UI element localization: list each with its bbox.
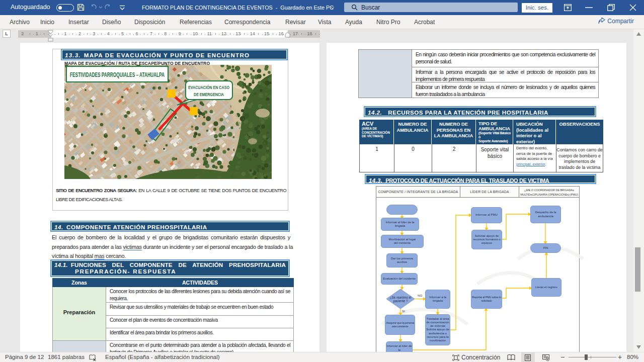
- svg-text:NO: NO: [418, 294, 422, 297]
- svg-text:DE EMERGENCIA: DE EMERGENCIA: [194, 92, 224, 97]
- svg-text:FESTIVIDADES PARROQUIALES – AT: FESTIVIDADES PARROQUIALES – ATAHUALPA: [70, 71, 165, 78]
- svg-text:SI: SI: [402, 309, 405, 313]
- svg-text:EVACUACIÓN EN CASO: EVACUACIÓN EN CASO: [188, 84, 229, 90]
